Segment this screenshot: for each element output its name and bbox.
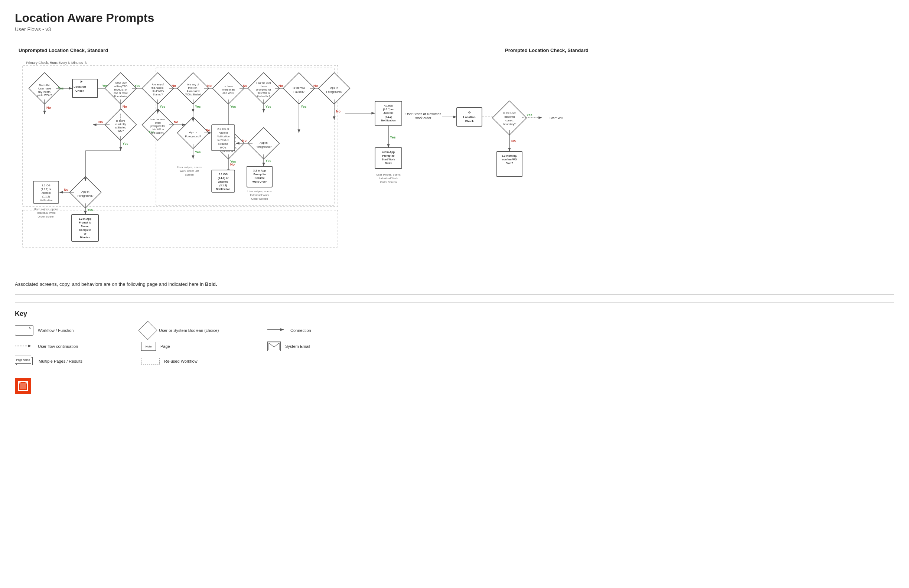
svg-text:Work Order List: Work Order List — [180, 169, 199, 173]
key-item-email: System Email — [267, 341, 379, 351]
svg-text:Individual Work: Individual Work — [250, 194, 269, 197]
page-container: Location Aware Prompts User Flows - v3 U… — [0, 0, 909, 405]
svg-text:⟳: ⟳ — [80, 80, 82, 84]
svg-text:Notification: Notification — [40, 199, 53, 202]
key-label-boolean: User or System Boolean (choice) — [159, 328, 219, 333]
svg-text:Check: Check — [465, 120, 474, 123]
svg-text:Foreground?: Foreground? — [185, 135, 201, 138]
svg-text:Yes: Yes — [87, 208, 93, 212]
svg-text:boundary?: boundary? — [503, 123, 515, 126]
key-label-page: Page — [160, 344, 170, 349]
key-item-connection: Connection — [267, 324, 379, 337]
svg-text:3.1 iOS: 3.1 iOS — [219, 173, 228, 176]
key-item-user-flow: User flow continuation — [15, 341, 126, 351]
footer-divider — [15, 294, 894, 295]
key-label-connection: Connection — [290, 328, 311, 333]
svg-text:Are any of: Are any of — [187, 83, 199, 86]
svg-text:Dismiss: Dismiss — [80, 236, 90, 239]
svg-text:(4.1.2): (4.1.2) — [385, 115, 392, 118]
svg-text:Work Order: Work Order — [252, 180, 267, 183]
svg-text:Foreground?: Foreground? — [327, 90, 342, 94]
svg-text:No: No — [47, 106, 51, 110]
svg-text:Yes: Yes — [230, 105, 236, 108]
svg-rect-221 — [20, 383, 26, 389]
page-icon: Note — [141, 342, 156, 351]
svg-text:Notification: Notification — [381, 119, 396, 122]
svg-text:Order: Order — [385, 162, 392, 165]
svg-text:Yes: Yes — [149, 130, 154, 134]
svg-text:Is there: Is there — [223, 85, 233, 88]
key-item-workflow: — ↻ Workflow / Function — [15, 324, 126, 337]
svg-text:Are any of: Are any of — [152, 83, 164, 86]
key-label-reused: Re-used Workflow — [164, 359, 197, 363]
svg-text:Individual Work: Individual Work — [379, 177, 398, 180]
left-section-title: Unprompted Location Check, Standard — [19, 47, 108, 53]
svg-text:No: No — [123, 105, 127, 108]
svg-text:Start?: Start? — [506, 162, 513, 165]
svg-text:App in: App in — [260, 141, 267, 144]
svg-text:WO's: WO's — [220, 146, 226, 149]
svg-text:4.2 In-App: 4.2 In-App — [382, 151, 395, 153]
svg-text:Pause,: Pause, — [81, 225, 89, 228]
svg-text:within (TBD: within (TBD — [114, 85, 127, 88]
svg-text:prompted for: prompted for — [150, 125, 165, 128]
svg-text:Complete: Complete — [79, 229, 91, 232]
svg-text:Order Screen: Order Screen — [37, 215, 54, 218]
svg-text:WO's Started: WO's Started — [185, 93, 201, 96]
svg-text:(3.1.2): (3.1.2) — [220, 184, 227, 187]
svg-text:Location: Location — [463, 115, 475, 119]
svg-text:Resume: Resume — [218, 142, 228, 145]
svg-text:User swipes, opens: User swipes, opens — [376, 173, 401, 176]
key-item-reused: Re-used Workflow — [141, 355, 252, 367]
header-divider — [15, 40, 894, 40]
svg-text:Prompt to: Prompt to — [382, 154, 394, 157]
svg-text:Yes: Yes — [301, 105, 307, 108]
svg-text:Yes: Yes — [265, 159, 272, 163]
svg-text:No: No — [314, 84, 318, 87]
svg-text:ated WO's: ated WO's — [152, 90, 164, 92]
svg-text:the Non-: the Non- — [188, 87, 199, 89]
svg-text:plete WOs?: plete WOs? — [37, 94, 52, 97]
key-label-user-flow: User flow continuation — [38, 344, 78, 349]
svg-text:been: been — [260, 85, 267, 87]
svg-text:App in: App in — [189, 131, 197, 134]
svg-text:User Starts or Resumes: User Starts or Resumes — [406, 112, 442, 116]
key-section: Key — ↻ Workflow / Function User or Syst… — [15, 302, 894, 367]
svg-text:Prompt to: Prompt to — [253, 173, 265, 176]
connection-arrow-icon — [267, 325, 286, 336]
svg-text:more than: more than — [222, 88, 235, 91]
svg-text:No: No — [171, 84, 176, 87]
svg-text:Yes: Yes — [134, 84, 141, 87]
svg-text:inside the: inside the — [504, 115, 515, 118]
svg-rect-14 — [73, 79, 98, 98]
svg-text:Prompt to: Prompt to — [79, 221, 91, 224]
svg-text:(1.1.2): (1.1.2) — [42, 195, 50, 198]
svg-text:App in: App in — [81, 190, 89, 194]
svg-text:(3.1.1) or: (3.1.1) or — [218, 177, 228, 180]
svg-text:App in: App in — [330, 86, 338, 89]
svg-text:1.2 In-App: 1.2 In-App — [79, 218, 91, 221]
svg-text:one WO?: one WO? — [222, 91, 234, 95]
svg-text:any incom-: any incom- — [38, 90, 52, 94]
diamond-icon — [139, 321, 157, 340]
svg-text:Is the User: Is the User — [503, 112, 516, 114]
svg-text:Does the: Does the — [39, 84, 50, 87]
key-item-page: Note Page — [141, 341, 252, 351]
page-title: Location Aware Prompts — [15, 11, 894, 25]
svg-text:4.1 iOS: 4.1 iOS — [384, 104, 393, 107]
footer — [15, 378, 894, 394]
key-label-email: System Email — [285, 344, 310, 349]
svg-text:Yes: Yes — [195, 105, 201, 108]
svg-text:Yes: Yes — [123, 142, 128, 145]
svg-text:Notification: Notification — [217, 135, 230, 138]
svg-text:Android: Android — [383, 112, 394, 114]
svg-text:No: No — [206, 128, 210, 132]
svg-text:Android: Android — [218, 180, 228, 183]
right-section-title: Prompted Location Check, Standard — [505, 47, 589, 53]
svg-text:RANGE) of: RANGE) of — [114, 88, 127, 91]
svg-text:prompted for: prompted for — [256, 88, 271, 91]
multiple-pages-icon: Page Name — [15, 355, 34, 367]
svg-text:Associated: Associated — [187, 90, 199, 92]
svg-text:Resume: Resume — [254, 177, 264, 179]
key-item-multiple: Page Name Multiple Pages / Results — [15, 355, 126, 367]
